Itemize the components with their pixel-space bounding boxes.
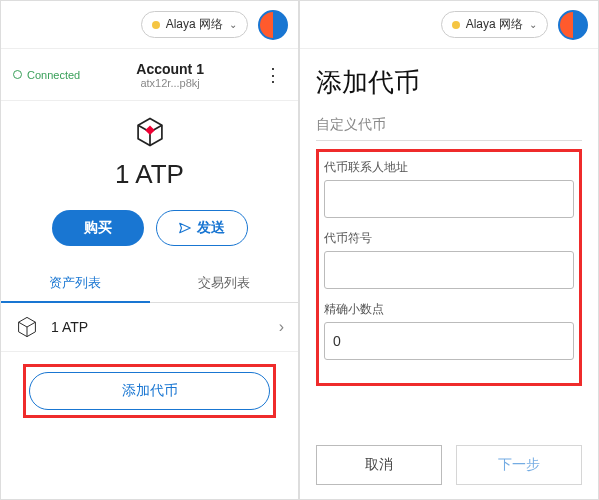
buy-label: 购买 — [84, 219, 112, 237]
network-dot-icon — [452, 21, 460, 29]
token-decimals-input[interactable] — [324, 322, 574, 360]
right-body: 添加代币 自定义代币 代币联系人地址 代币符号 精确小数点 — [300, 49, 598, 431]
connection-status[interactable]: Connected — [13, 69, 80, 81]
subtab-custom-token[interactable]: 自定义代币 — [316, 110, 582, 141]
add-token-button[interactable]: 添加代币 — [29, 372, 270, 410]
network-selector[interactable]: Alaya 网络 ⌄ — [441, 11, 548, 38]
action-buttons: 购买 发送 — [1, 200, 298, 264]
add-token-wrap: 添加代币 — [1, 352, 298, 430]
token-symbol-label: 代币符号 — [324, 230, 574, 247]
field-token-address: 代币联系人地址 — [324, 159, 574, 218]
token-address-label: 代币联系人地址 — [324, 159, 574, 176]
network-label: Alaya 网络 — [466, 16, 523, 33]
send-label: 发送 — [197, 219, 225, 237]
next-label: 下一步 — [498, 456, 540, 472]
buy-button[interactable]: 购买 — [52, 210, 144, 246]
svg-rect-2 — [145, 125, 155, 135]
asset-amount: 1 ATP — [51, 319, 279, 335]
top-header-right: Alaya 网络 ⌄ — [300, 1, 598, 49]
asset-list-item[interactable]: 1 ATP › — [1, 303, 298, 352]
tab-tx-label: 交易列表 — [198, 275, 250, 290]
top-header: Alaya 网络 ⌄ — [1, 1, 298, 49]
token-symbol-input[interactable] — [324, 251, 574, 289]
balance-section: 1 ATP — [1, 101, 298, 200]
account-name: Account 1 — [80, 61, 260, 77]
tab-assets[interactable]: 资产列表 — [1, 264, 150, 302]
field-token-symbol: 代币符号 — [324, 230, 574, 289]
cancel-label: 取消 — [365, 456, 393, 472]
field-token-decimals: 精确小数点 — [324, 301, 574, 360]
account-address: atx12r...p8kj — [80, 77, 260, 89]
network-dot-icon — [152, 21, 160, 29]
connected-label: Connected — [27, 69, 80, 81]
chevron-right-icon: › — [279, 318, 284, 336]
connected-dot-icon — [13, 70, 22, 79]
token-cube-icon — [133, 115, 167, 149]
account-info[interactable]: Account 1 atx12r...p8kj — [80, 61, 260, 89]
footer-buttons: 取消 下一步 — [300, 431, 598, 499]
page-title: 添加代币 — [316, 65, 582, 100]
add-token-pane: Alaya 网络 ⌄ 添加代币 自定义代币 代币联系人地址 代币符号 精确小数点 — [299, 0, 599, 500]
token-decimals-label: 精确小数点 — [324, 301, 574, 318]
cancel-button[interactable]: 取消 — [316, 445, 442, 485]
tab-transactions[interactable]: 交易列表 — [150, 264, 299, 302]
chevron-down-icon: ⌄ — [229, 19, 237, 30]
more-menu-icon[interactable]: ⋮ — [260, 64, 286, 86]
avatar[interactable] — [558, 10, 588, 40]
network-label: Alaya 网络 — [166, 16, 223, 33]
balance-amount: 1 ATP — [1, 159, 298, 190]
send-icon — [178, 221, 192, 235]
token-address-input[interactable] — [324, 180, 574, 218]
tabs: 资产列表 交易列表 — [1, 264, 298, 303]
wallet-main-pane: Alaya 网络 ⌄ Connected Account 1 atx12r...… — [0, 0, 299, 500]
next-button[interactable]: 下一步 — [456, 445, 582, 485]
add-token-label: 添加代币 — [122, 382, 178, 398]
send-button[interactable]: 发送 — [156, 210, 248, 246]
chevron-down-icon: ⌄ — [529, 19, 537, 30]
account-row: Connected Account 1 atx12r...p8kj ⋮ — [1, 49, 298, 101]
asset-cube-icon — [15, 315, 39, 339]
avatar[interactable] — [258, 10, 288, 40]
tab-assets-label: 资产列表 — [49, 275, 101, 290]
form-area: 代币联系人地址 代币符号 精确小数点 — [316, 149, 582, 386]
network-selector[interactable]: Alaya 网络 ⌄ — [141, 11, 248, 38]
